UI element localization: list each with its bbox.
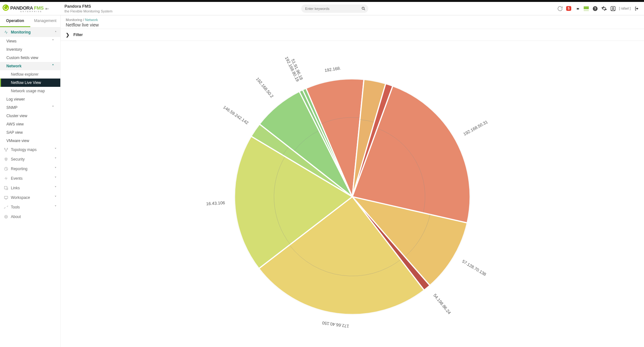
- pie-slice-label: 16.43.106: [206, 200, 225, 206]
- svg-rect-12: [4, 196, 8, 199]
- logo-edition: ENTERPRISE: [3, 11, 43, 12]
- chevron-down-icon: ˅: [55, 186, 56, 190]
- sidebar-section-links[interactable]: Links˅: [0, 183, 60, 193]
- sidebar-sub-netflow-live[interactable]: Netflow Live View: [0, 79, 60, 87]
- svg-point-15: [6, 215, 6, 216]
- logo-area: PANDORA FMS ENTERPRISE ⇤: [0, 4, 61, 12]
- header-actions: 5 ? [ rafael ]: [557, 6, 644, 11]
- sidebar-links-label: Links: [11, 186, 20, 190]
- chevron-up-icon: ˄: [55, 31, 56, 34]
- chevron-up-icon: ˄: [52, 64, 54, 68]
- user-label[interactable]: [ rafael ]: [619, 7, 631, 10]
- breadcrumb-root[interactable]: Monitoring: [66, 18, 82, 22]
- pie-slice-label: 57.128.70.138: [461, 259, 487, 277]
- sidebar-about-label: About: [11, 215, 21, 219]
- logo-suffix: FMS: [34, 5, 43, 11]
- reporting-icon: [4, 167, 8, 171]
- sidebar-section-workspace[interactable]: Workspace˅: [0, 193, 60, 202]
- workspace-icon: [4, 195, 8, 200]
- content-area: Monitoring / Network Netflow live view ❯…: [61, 15, 644, 347]
- svg-point-0: [362, 7, 364, 9]
- sidebar-item-snmp[interactable]: SNMP˅: [0, 103, 60, 112]
- app-header: PANDORA FMS ENTERPRISE ⇤ Pandora FMS the…: [0, 2, 644, 15]
- search-input[interactable]: [305, 7, 361, 11]
- search-icon: [361, 6, 366, 11]
- sidebar-sub-usage-map[interactable]: Network usage map: [0, 87, 60, 95]
- header-subtitle: the Flexible Monitoring System: [64, 9, 112, 13]
- sidebar-snmp-label: SNMP: [6, 105, 18, 110]
- alerts-badge[interactable]: 5: [566, 6, 571, 11]
- logo-swirl-icon: [3, 4, 9, 11]
- sidebar-item-custom-fields[interactable]: Custom fields view: [0, 54, 60, 62]
- sidebar-reporting-label: Reporting: [11, 167, 27, 171]
- search-box[interactable]: [301, 4, 368, 13]
- sidebar-section-events[interactable]: Events˅: [0, 174, 60, 183]
- main-layout: Operation Management Monitoring ˄ Views˅…: [0, 15, 644, 347]
- sidebar-network-label: Network: [6, 64, 21, 68]
- pie-slice-label: 54.198.86.24: [432, 293, 452, 315]
- svg-point-5: [612, 7, 614, 9]
- sidebar-item-inventory[interactable]: Inventory: [0, 45, 60, 54]
- chevron-down-icon: ˅: [55, 147, 56, 152]
- sidebar-section-monitoring[interactable]: Monitoring ˄: [0, 27, 60, 37]
- status-bars-icon[interactable]: [583, 6, 589, 11]
- chevron-down-icon: ˅: [55, 176, 56, 181]
- sidebar-tools-label: Tools: [11, 205, 20, 209]
- breadcrumb-bar: Monitoring / Network Netflow live view: [61, 15, 644, 29]
- page-title: Netflow live view: [66, 22, 639, 27]
- sidebar-item-vmware[interactable]: VMware view: [0, 137, 60, 145]
- svg-point-7: [7, 148, 8, 149]
- sidebar-item-network[interactable]: Network˄: [0, 62, 60, 70]
- sidebar-section-topology[interactable]: Topology maps˅: [0, 145, 60, 155]
- topology-icon: [4, 147, 8, 152]
- sidebar-section-tools[interactable]: Tools˅: [0, 202, 60, 212]
- sidebar-security-label: Security: [11, 157, 25, 162]
- sidebar-topology-label: Topology maps: [11, 147, 37, 152]
- svg-text:?: ?: [594, 6, 596, 10]
- chevron-down-icon: ˅: [55, 167, 56, 171]
- filter-toggle[interactable]: ❯ Filter: [61, 29, 644, 41]
- svg-rect-11: [4, 186, 7, 189]
- netflow-pie-chart[interactable]: 192.168.50.3157.128.70.13854.198.86.2417…: [206, 44, 499, 338]
- help-icon[interactable]: ?: [592, 6, 598, 11]
- pin-icon[interactable]: [574, 6, 580, 11]
- svg-marker-10: [4, 177, 8, 180]
- user-icon[interactable]: [610, 6, 616, 11]
- tab-management[interactable]: Management: [30, 15, 61, 27]
- logo-product: PANDORA: [10, 5, 33, 11]
- pie-slice-label: 192.168.50.31: [462, 119, 489, 137]
- shield-icon: [4, 157, 8, 162]
- sidebar-section-reporting[interactable]: Reporting˅: [0, 164, 60, 174]
- sidebar-section-security[interactable]: Security˅: [0, 155, 60, 164]
- logout-icon[interactable]: [634, 6, 640, 11]
- sidebar-tabs: Operation Management: [0, 15, 60, 27]
- tools-icon: [4, 205, 8, 209]
- sidebar-section-about[interactable]: About: [0, 212, 60, 222]
- header-title-block: Pandora FMS the Flexible Monitoring Syst…: [61, 4, 112, 13]
- monitor-icon: [4, 30, 8, 34]
- info-icon: [4, 215, 8, 219]
- sidebar-collapse-icon[interactable]: ⇤: [43, 6, 51, 11]
- sidebar-item-aws[interactable]: AWS view: [0, 120, 60, 128]
- sidebar-item-sap[interactable]: SAP view: [0, 128, 60, 137]
- pie-slice-label: 172.66.40.150: [322, 321, 349, 329]
- search-wrap: [112, 4, 557, 13]
- breadcrumb: Monitoring / Network: [66, 18, 639, 22]
- sidebar-item-log-viewer[interactable]: Log viewer: [0, 95, 60, 103]
- pie-slice-label: 192.168.50.2: [255, 77, 274, 99]
- sidebar-monitoring-label: Monitoring: [11, 30, 31, 34]
- tab-operation[interactable]: Operation: [0, 15, 30, 27]
- breadcrumb-leaf[interactable]: Network: [85, 18, 98, 22]
- sidebar-sub-netflow-explorer[interactable]: Netflow explorer: [0, 70, 60, 79]
- chevron-down-icon: ˅: [52, 39, 54, 43]
- sidebar-item-views[interactable]: Views˅: [0, 37, 60, 45]
- header-title: Pandora FMS: [64, 4, 112, 9]
- sidebar-workspace-label: Workspace: [11, 195, 30, 200]
- sidebar-item-cluster[interactable]: Cluster view: [0, 112, 60, 120]
- events-icon: [4, 176, 8, 181]
- sidebar-events-label: Events: [11, 176, 23, 181]
- refresh-icon[interactable]: [557, 6, 563, 11]
- svg-point-8: [6, 151, 6, 151]
- settings-icon[interactable]: [601, 6, 607, 11]
- sidebar-views-label: Views: [6, 39, 17, 43]
